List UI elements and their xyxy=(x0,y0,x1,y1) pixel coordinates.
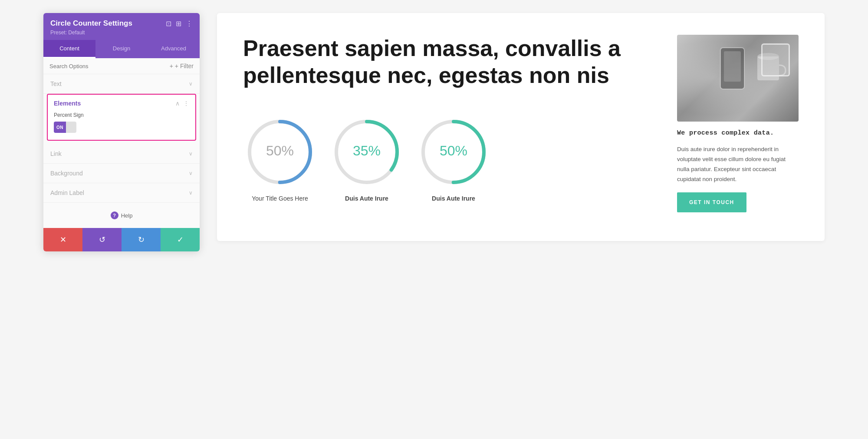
circles-row: 50% Your Title Goes Here 35% Duis Aute I… xyxy=(243,115,651,202)
redo-button[interactable]: ↻ xyxy=(122,228,161,251)
tab-content[interactable]: Content xyxy=(43,40,95,58)
background-section: Background ∨ xyxy=(43,164,200,183)
fullscreen-icon[interactable]: ⊡ xyxy=(166,20,171,28)
panel-tabs: Content Design Advanced xyxy=(43,40,200,58)
circle-pct-3: 50% xyxy=(440,143,467,158)
more-options-icon[interactable]: ⋮ xyxy=(186,20,193,28)
help-icon: ? xyxy=(111,211,118,219)
elements-more-icon[interactable]: ⋮ xyxy=(183,100,189,107)
main-content: Praesent sapien massa, convallis a pelle… xyxy=(217,13,825,241)
hero-heading: Praesent sapien massa, convallis a pelle… xyxy=(243,35,651,89)
admin-label-section: Admin Label ∨ xyxy=(43,183,200,203)
help-row: ? Help xyxy=(43,203,200,228)
link-accordion-header[interactable]: Link ∨ xyxy=(43,144,200,163)
elements-collapse-icon[interactable]: ∧ xyxy=(175,100,180,107)
elements-section: Elements ∧ ⋮ Percent Sign ON xyxy=(47,94,196,141)
circle-label-2: Duis Aute Irure xyxy=(345,195,388,202)
tab-advanced[interactable]: Advanced xyxy=(148,40,200,58)
circle-item-3: 50% Duis Aute Irure xyxy=(417,115,490,202)
circle-svg-2: 35% xyxy=(330,115,404,189)
search-bar: + + Filter xyxy=(43,58,200,74)
percent-sign-toggle[interactable]: ON xyxy=(54,122,76,133)
admin-label-chevron-icon: ∨ xyxy=(189,190,193,196)
toggle-on-label: ON xyxy=(54,122,66,133)
phone-image-svg xyxy=(677,35,799,122)
link-section: Link ∨ xyxy=(43,144,200,164)
text-section: Text ∨ xyxy=(43,74,200,94)
circle-svg-1: 50% xyxy=(243,115,317,189)
circle-svg-3: 50% xyxy=(417,115,490,189)
text-accordion-header[interactable]: Text ∨ xyxy=(43,74,200,93)
background-chevron-icon: ∨ xyxy=(189,170,193,176)
elements-body: Percent Sign ON xyxy=(48,110,195,140)
panel-header-icons: ⊡ ⊞ ⋮ xyxy=(166,20,193,28)
help-label: Help xyxy=(121,212,133,219)
panel-title: Circle Counter Settings xyxy=(50,19,132,28)
svg-rect-8 xyxy=(757,56,779,80)
circle-pct-2: 35% xyxy=(353,143,381,158)
circle-item-1: 50% Your Title Goes Here xyxy=(243,115,317,202)
main-left: Praesent sapien massa, convallis a pelle… xyxy=(243,35,651,215)
text-chevron-icon: ∨ xyxy=(189,81,193,87)
filter-button[interactable]: + + Filter xyxy=(170,63,194,69)
phone-image-inner xyxy=(677,35,799,122)
toggle-wrapper: ON xyxy=(54,122,189,133)
panel-footer: ✕ ↺ ↻ ✓ xyxy=(43,228,200,251)
elements-header-icons: ∧ ⋮ xyxy=(175,100,189,107)
grid-icon[interactable]: ⊞ xyxy=(176,20,181,28)
circle-pct-1: 50% xyxy=(266,143,294,158)
circle-item-2: 35% Duis Aute Irure xyxy=(330,115,404,202)
admin-label-section-label: Admin Label xyxy=(50,189,84,196)
get-in-touch-button[interactable]: GET IN TOUCH xyxy=(677,192,746,212)
percent-sign-label: Percent Sign xyxy=(54,112,189,118)
search-input[interactable] xyxy=(49,63,170,69)
svg-point-9 xyxy=(757,53,779,60)
panel-preset: Preset: Default xyxy=(50,30,193,36)
main-right: We process complex data. Duis aute irure… xyxy=(677,35,799,215)
cancel-button[interactable]: ✕ xyxy=(43,228,82,251)
save-button[interactable]: ✓ xyxy=(161,228,200,251)
panel-body: Text ∨ Elements ∧ ⋮ Percent Sign xyxy=(43,74,200,228)
right-body: Duis aute irure dolor in reprehenderit i… xyxy=(677,145,799,185)
phone-image xyxy=(677,35,799,122)
settings-panel: Circle Counter Settings ⊡ ⊞ ⋮ Preset: De… xyxy=(43,13,200,251)
elements-title: Elements xyxy=(54,100,81,107)
circle-label-1: Your Title Goes Here xyxy=(252,195,308,202)
elements-header: Elements ∧ ⋮ xyxy=(48,95,195,110)
panel-header: Circle Counter Settings ⊡ ⊞ ⋮ Preset: De… xyxy=(43,13,200,40)
toggle-off-area xyxy=(66,122,76,133)
right-tagline: We process complex data. xyxy=(677,129,799,137)
tab-design[interactable]: Design xyxy=(95,40,148,58)
app-wrapper: Circle Counter Settings ⊡ ⊞ ⋮ Preset: De… xyxy=(43,13,825,251)
text-section-label: Text xyxy=(50,80,62,87)
undo-button[interactable]: ↺ xyxy=(82,228,122,251)
circle-label-3: Duis Aute Irure xyxy=(432,195,475,202)
svg-rect-7 xyxy=(724,51,741,82)
background-accordion-header[interactable]: Background ∨ xyxy=(43,164,200,183)
link-chevron-icon: ∨ xyxy=(189,151,193,157)
background-section-label: Background xyxy=(50,170,83,177)
link-section-label: Link xyxy=(50,150,62,157)
admin-label-accordion-header[interactable]: Admin Label ∨ xyxy=(43,183,200,202)
